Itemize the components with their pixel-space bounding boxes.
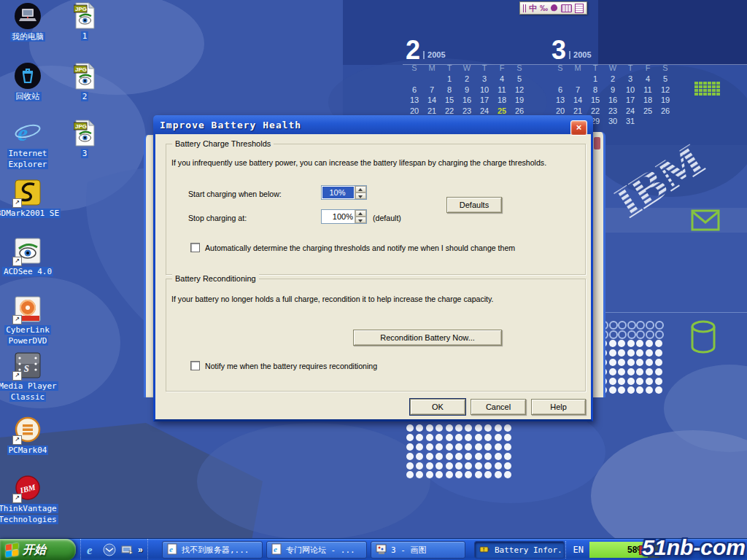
ime-punctuation-icon[interactable]: ‰ — [540, 3, 548, 13]
calendar-day[interactable]: 13 — [551, 96, 569, 106]
ime-drag-handle[interactable] — [523, 4, 526, 12]
calendar-day[interactable]: 2 — [604, 74, 622, 85]
ime-language-bar[interactable]: 中 ‰ — [519, 1, 587, 15]
calendar-day[interactable]: 10 — [622, 85, 639, 96]
calendar-day[interactable]: 4 — [493, 74, 511, 85]
calendar-day[interactable]: 30 — [604, 117, 622, 128]
stop-charging-spinner[interactable]: 100% — [321, 209, 367, 224]
calendar-day[interactable]: 12 — [511, 85, 528, 96]
white-dot — [406, 424, 414, 432]
recondition-battery-button[interactable]: Recondition Battery Now... — [353, 330, 502, 346]
taskbar-button-4[interactable]: !Battery Infor... — [474, 541, 565, 559]
calendar-day[interactable]: 1 — [587, 74, 604, 85]
spin-up-icon[interactable] — [355, 186, 366, 192]
calendar-day[interactable]: 11 — [639, 85, 657, 96]
calendar-day[interactable]: 7 — [423, 85, 441, 96]
calendar-day[interactable]: 24 — [622, 106, 639, 117]
calendar-day[interactable]: 13 — [406, 96, 423, 106]
desktop-icon-acdsee[interactable]: ↗ACDSee 4.0 — [0, 237, 63, 276]
desktop-icon-powerdvd[interactable]: ↗CyberLink PowerDVD — [0, 295, 63, 346]
calendar-day[interactable]: 5 — [657, 74, 674, 85]
taskbar-button-3[interactable]: 3 - 画图 — [371, 541, 465, 559]
calendar-day[interactable]: 5 — [511, 74, 528, 85]
white-dot — [609, 359, 616, 366]
calendar-day[interactable]: 16 — [458, 96, 476, 106]
calendar-day[interactable]: 8 — [587, 85, 604, 96]
calendar-day[interactable]: 8 — [441, 85, 458, 96]
month-year: 2005 — [423, 51, 445, 59]
spin-up-icon[interactable] — [355, 210, 366, 217]
desktop-icon-mpc[interactable]: s↗Media Player Classic — [0, 351, 63, 402]
calendar-day[interactable]: 18 — [639, 96, 657, 106]
calendar-day[interactable]: 6 — [406, 85, 423, 96]
calendar-day[interactable]: 1 — [441, 74, 458, 85]
calendar-day[interactable]: 9 — [458, 85, 476, 96]
start-button[interactable]: 开始 — [0, 539, 76, 560]
calendar-day[interactable]: 25 — [639, 106, 657, 117]
calendar-day[interactable]: 4 — [639, 74, 657, 85]
taskbar-button-2[interactable]: e专门网论坛 - ... — [266, 541, 367, 559]
dot-pattern-right — [600, 340, 664, 396]
desktop-file-jpg-1[interactable]: JPG1 — [50, 1, 120, 41]
start-charging-spinner[interactable]: 10% — [321, 185, 367, 200]
outlook-express-icon[interactable] — [103, 543, 116, 556]
taskbar-button-1[interactable]: e找不到服务器,... — [162, 541, 263, 559]
calendar-day[interactable]: 17 — [622, 96, 639, 106]
spin-down-icon[interactable] — [355, 217, 366, 223]
calendar-day[interactable]: 17 — [476, 96, 493, 106]
spin-down-icon[interactable] — [355, 192, 366, 199]
auto-thresholds-checkbox[interactable] — [190, 243, 200, 252]
calendar-day[interactable]: 11 — [493, 85, 511, 96]
language-indicator[interactable]: EN — [573, 545, 584, 555]
calendar-day[interactable]: 3 — [622, 74, 639, 85]
calendar-day[interactable]: 3 — [476, 74, 493, 85]
icon-label: 1 — [81, 30, 89, 41]
calendar-day[interactable]: 2 — [458, 74, 476, 85]
calendar-day[interactable]: 14 — [569, 96, 587, 106]
calendar-day[interactable]: 7 — [569, 85, 587, 96]
calendar-day[interactable]: 26 — [657, 106, 674, 117]
background-window-right-edge[interactable] — [593, 132, 605, 397]
dialog-titlebar[interactable]: Improve Battery Health — [153, 115, 593, 134]
quick-launch-overflow-chevron[interactable]: » — [138, 545, 143, 555]
white-dot — [627, 359, 635, 366]
close-button[interactable]: × — [570, 120, 587, 136]
calendar-day[interactable]: 16 — [604, 96, 622, 106]
pcmark04-icon: ↗ — [14, 416, 42, 443]
notify-reconditioning-checkbox[interactable] — [190, 361, 200, 370]
calendar-day[interactable]: 9 — [604, 85, 622, 96]
cancel-button[interactable]: Cancel — [471, 399, 526, 415]
desktop-file-jpg-3[interactable]: JPG3 — [50, 119, 120, 158]
calendar-day[interactable]: 15 — [587, 96, 604, 106]
calendar-day[interactable]: 19 — [511, 96, 528, 106]
calendar-day[interactable]: 10 — [476, 85, 493, 96]
improve-battery-health-dialog: Improve Battery Health × Battery Charge … — [153, 115, 593, 421]
desktop-file-jpg-2[interactable]: JPG2 — [50, 62, 120, 101]
stop-charging-value[interactable]: 100% — [322, 210, 355, 223]
calendar-day[interactable]: 15 — [441, 96, 458, 106]
calendar-day[interactable]: 12 — [657, 85, 674, 96]
desktop-icon-3dmark2001[interactable]: ↗3DMark2001 SE — [0, 179, 63, 218]
calendar-day[interactable]: 6 — [551, 85, 569, 96]
ie-quicklaunch-icon[interactable]: e — [85, 543, 98, 556]
show-desktop-icon[interactable] — [120, 543, 133, 556]
icon-label-text: 2 — [81, 92, 89, 101]
tray-separator — [565, 541, 566, 559]
ime-keyboard-icon[interactable] — [561, 4, 572, 12]
ime-fullwidth-icon[interactable] — [549, 3, 559, 12]
calendar-day[interactable]: 18 — [493, 96, 511, 106]
desktop-icon-pcmark04[interactable]: ↗PCMark04 — [0, 416, 63, 455]
calendar-day[interactable]: 31 — [622, 117, 639, 128]
group1-description: If you infrequently use battery power, y… — [171, 158, 546, 167]
calendar-day[interactable]: 23 — [604, 106, 622, 117]
ime-mode-icon[interactable]: 中 — [529, 3, 537, 13]
calendar-day[interactable]: 14 — [423, 96, 441, 106]
calendar-day — [569, 74, 587, 85]
calendar-day[interactable]: 19 — [657, 96, 674, 106]
defaults-button[interactable]: Defaults — [446, 197, 502, 213]
start-charging-value[interactable]: 10% — [322, 187, 354, 198]
ime-options-icon[interactable] — [575, 4, 584, 13]
help-button[interactable]: Help — [531, 399, 586, 415]
ok-button[interactable]: OK — [410, 399, 465, 415]
desktop-icon-thinkvantage[interactable]: IBM↗ThinkVantage Technologies — [0, 474, 63, 524]
